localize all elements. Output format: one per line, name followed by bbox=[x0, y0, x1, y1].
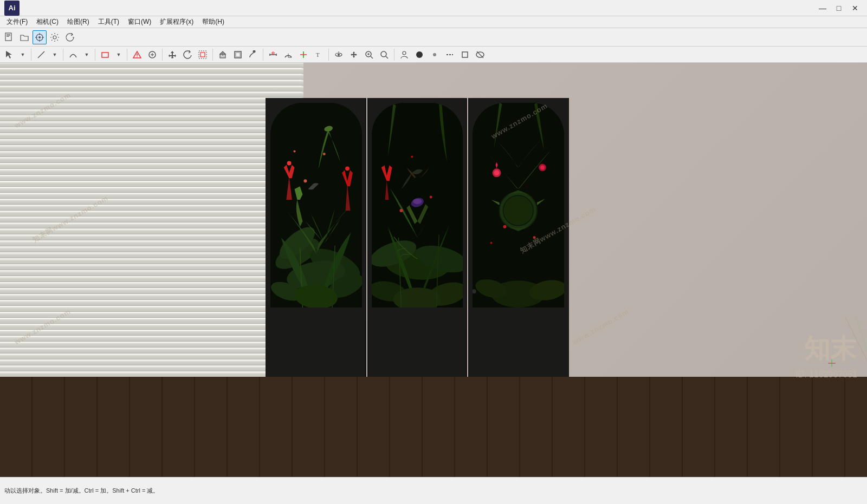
title-bar-left: Ai bbox=[4, 1, 20, 16]
minimize-button[interactable]: — bbox=[815, 3, 830, 14]
tb-axes-button[interactable] bbox=[296, 48, 310, 62]
blind-wall bbox=[0, 63, 303, 382]
svg-point-78 bbox=[413, 199, 422, 204]
svg-line-43 bbox=[371, 56, 373, 58]
floor bbox=[0, 377, 867, 485]
toolbar1 bbox=[0, 28, 867, 47]
separator3 bbox=[95, 49, 95, 61]
panel-left-bottom bbox=[267, 307, 365, 378]
menu-file[interactable]: 文件(F) bbox=[2, 16, 32, 28]
tb-orbit-button[interactable] bbox=[332, 48, 346, 62]
svg-point-93 bbox=[540, 165, 545, 169]
tb-dashline-button[interactable] bbox=[443, 48, 457, 62]
svg-point-91 bbox=[494, 170, 500, 175]
svg-rect-21 bbox=[200, 53, 205, 57]
svg-rect-22 bbox=[199, 51, 206, 58]
tb-dot-button[interactable] bbox=[428, 48, 442, 62]
tb-oval-cross-button[interactable] bbox=[473, 48, 487, 62]
menu-extensions[interactable]: 扩展程序(x) bbox=[156, 16, 198, 28]
tb-rotate-button[interactable] bbox=[180, 48, 195, 62]
svg-point-97 bbox=[525, 185, 528, 188]
tb-dropdown-arrow4[interactable]: ▼ bbox=[113, 48, 124, 62]
menu-tools[interactable]: 工具(T) bbox=[94, 16, 124, 28]
tb-solid-circle-button[interactable] bbox=[412, 48, 426, 62]
svg-text:T: T bbox=[316, 51, 320, 58]
tb-circle-button[interactable] bbox=[145, 48, 159, 62]
tb-protractor-button[interactable] bbox=[281, 48, 295, 62]
tb-dropdown-arrow1[interactable]: ▼ bbox=[17, 48, 28, 62]
tb-new-button[interactable] bbox=[2, 30, 16, 44]
svg-marker-20 bbox=[169, 51, 176, 58]
menu-draw[interactable]: 绘图(R) bbox=[63, 16, 94, 28]
menu-help[interactable]: 帮助(H) bbox=[198, 16, 229, 28]
viewport[interactable]: www.znzmo.com 知末网www.znzmo.com www.znzmo… bbox=[0, 63, 867, 485]
panel-center-top bbox=[372, 103, 463, 307]
axes-indicator bbox=[826, 358, 837, 369]
svg-line-56 bbox=[845, 317, 867, 361]
separator2 bbox=[63, 49, 63, 61]
svg-point-83 bbox=[429, 196, 432, 199]
tb-warning-button[interactable] bbox=[130, 48, 144, 62]
tb-scale-button[interactable] bbox=[196, 48, 210, 62]
menu-camera[interactable]: 相机(C) bbox=[32, 16, 63, 28]
panel-right bbox=[468, 98, 569, 379]
svg-line-12 bbox=[38, 51, 44, 58]
tb-tape-button[interactable] bbox=[266, 48, 280, 62]
menu-window[interactable]: 窗口(W) bbox=[124, 16, 156, 28]
svg-point-69 bbox=[294, 150, 296, 153]
svg-rect-27 bbox=[236, 53, 240, 57]
tb-push-button[interactable] bbox=[216, 48, 230, 62]
tb-arc-button[interactable] bbox=[66, 48, 80, 62]
3d-scene: www.znzmo.com 知末网www.znzmo.com www.znzmo… bbox=[0, 63, 867, 485]
panel-center bbox=[367, 98, 468, 379]
separator5 bbox=[162, 49, 163, 61]
svg-point-68 bbox=[323, 153, 326, 155]
svg-point-50 bbox=[433, 53, 436, 56]
app-logo: Ai bbox=[4, 1, 20, 16]
tb-refresh-button[interactable] bbox=[63, 30, 77, 44]
svg-point-104 bbox=[490, 242, 493, 244]
panel-right-top bbox=[473, 103, 564, 307]
tb-square-outline-button[interactable] bbox=[458, 48, 472, 62]
tb-shape-button[interactable] bbox=[98, 48, 112, 62]
toolbar2: ▼ ▼ ▼ ▼ bbox=[0, 47, 867, 63]
svg-point-102 bbox=[503, 225, 507, 228]
svg-point-48 bbox=[403, 51, 406, 55]
svg-rect-13 bbox=[102, 53, 108, 57]
svg-point-46 bbox=[381, 51, 386, 57]
tb-offset-button[interactable] bbox=[231, 48, 245, 62]
separator8 bbox=[328, 49, 329, 61]
tb-open-button[interactable] bbox=[17, 30, 31, 44]
svg-marker-41 bbox=[351, 51, 357, 58]
separator6 bbox=[212, 49, 213, 61]
title-bar-controls: — □ ✕ bbox=[815, 3, 863, 14]
tb-zoomext-button[interactable] bbox=[377, 48, 391, 62]
tb-move-button[interactable] bbox=[165, 48, 179, 62]
maximize-button[interactable]: □ bbox=[831, 3, 846, 14]
tb-settings-button[interactable] bbox=[48, 30, 62, 44]
tb-person-button[interactable] bbox=[397, 48, 411, 62]
tb-text-button[interactable]: T bbox=[312, 48, 326, 62]
svg-line-55 bbox=[856, 317, 867, 350]
tb-pan-button[interactable] bbox=[347, 48, 361, 62]
status-bar: 动以选择对象。Shift = 加/减。Ctrl = 加。Shift + Ctrl… bbox=[0, 477, 867, 504]
panel-right-bottom bbox=[469, 307, 567, 378]
tb-dropdown-arrow2[interactable]: ▼ bbox=[49, 48, 60, 62]
svg-point-16 bbox=[137, 56, 138, 57]
separator7 bbox=[263, 49, 263, 61]
svg-rect-52 bbox=[462, 52, 468, 57]
svg-rect-3 bbox=[7, 36, 9, 37]
tb-followme-button[interactable] bbox=[246, 48, 260, 62]
tb-target-button[interactable] bbox=[33, 30, 47, 44]
svg-point-5 bbox=[38, 36, 41, 38]
panel-left-top bbox=[270, 103, 362, 307]
tb-zoom-button[interactable] bbox=[362, 48, 376, 62]
svg-point-82 bbox=[399, 209, 403, 212]
tb-line-button[interactable] bbox=[34, 48, 48, 62]
close-button[interactable]: ✕ bbox=[847, 3, 863, 14]
tb-select-button[interactable] bbox=[2, 48, 16, 62]
svg-line-47 bbox=[386, 56, 388, 58]
tb-dropdown-arrow3[interactable]: ▼ bbox=[81, 48, 92, 62]
svg-point-103 bbox=[533, 236, 536, 239]
panel-left bbox=[266, 98, 366, 379]
